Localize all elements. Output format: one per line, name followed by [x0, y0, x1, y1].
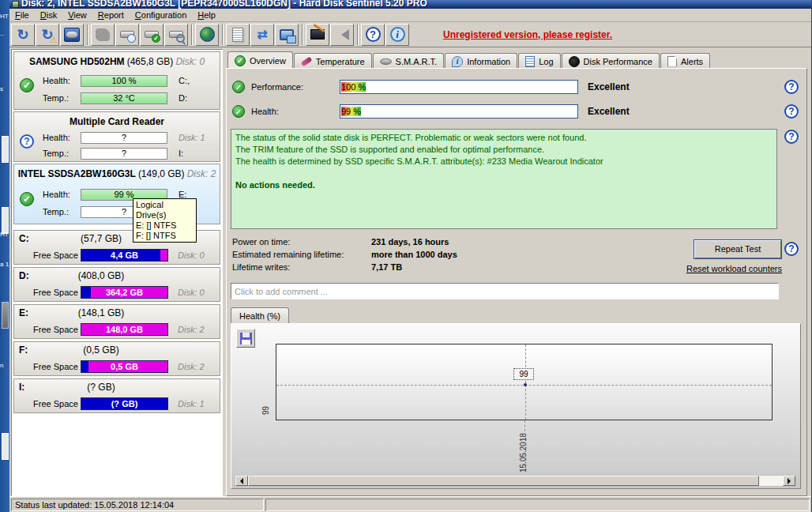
menu-report[interactable]: Report — [92, 9, 130, 21]
menu-bar: File Disk View Report Configuration Help — [9, 9, 811, 22]
tooltip-line: E: [] NTFS — [136, 220, 194, 231]
surface-test-button-disabled — [91, 24, 115, 46]
menu-view[interactable]: View — [62, 9, 92, 21]
app-icon — [12, 1, 19, 8]
scrollbar-thumb[interactable] — [248, 476, 759, 486]
disk-number: Disk: 1 — [179, 133, 205, 142]
menu-configuration[interactable]: Configuration — [130, 9, 192, 21]
free-space-label: Free Space — [33, 250, 81, 260]
desktop-background: HT .. s HT a 1. n — [0, 0, 9, 512]
chart-scrollbar[interactable] — [235, 475, 796, 487]
help-icon: ? — [366, 27, 381, 42]
health-label: Health: — [251, 107, 340, 116]
help-icon[interactable]: ? — [784, 80, 799, 94]
menu-help[interactable]: Help — [192, 9, 221, 21]
disk-panel-samsung[interactable]: SAMSUNG HD502HM (465,8 GB) Disk: 0 ✓ Hea… — [13, 51, 220, 110]
tab-information[interactable]: iInformation — [445, 53, 517, 69]
tab-overview[interactable]: ✓Overview — [227, 51, 293, 69]
settings-monitor-icon — [310, 29, 325, 40]
disk-number: Disk: 2 — [178, 362, 205, 371]
sync-arrows-icon: ⇄ — [257, 27, 267, 42]
status-last-updated: Status last updated: 15.05.2018 12:14:04 — [11, 499, 264, 511]
online-status-button[interactable] — [195, 24, 219, 46]
tab-temperature[interactable]: Temperature — [294, 53, 372, 69]
free-space-label: Free Space — [33, 399, 81, 408]
disabled-disk-icon — [96, 28, 110, 41]
toolbar-separator — [191, 24, 193, 45]
temp-label: Temp.: — [43, 207, 81, 216]
disk-performance-icon — [569, 56, 580, 67]
toolbar-separator — [87, 24, 88, 45]
save-chart-button[interactable] — [236, 329, 255, 348]
health-test-button[interactable]: ✓ — [140, 24, 164, 46]
partition-panel-i[interactable]: (? GB)I: Free Space (? GB) Disk: 1 — [13, 378, 220, 413]
floppy-save-icon — [240, 333, 252, 344]
performance-row: ✓ Performance: 100 % Excellent — [232, 80, 630, 94]
help-icon[interactable]: ? — [784, 104, 799, 119]
status-line: The health is determined by SSD specific… — [235, 156, 773, 168]
help-icon[interactable]: ? — [784, 242, 799, 256]
tab-smart[interactable]: S.M.A.R.T. — [373, 53, 445, 69]
report-button[interactable] — [226, 24, 250, 46]
health-ok-icon: ✓ — [20, 192, 34, 206]
send-report-button[interactable]: ⇄ — [250, 24, 274, 46]
help-button[interactable]: ? — [361, 24, 385, 46]
disk-number: Disk: 0 — [178, 250, 205, 260]
network-computer-icon — [280, 29, 294, 40]
health-bar: ? — [81, 132, 167, 144]
chart-plot-area: 99 — [276, 344, 773, 420]
disk-view-button[interactable] — [60, 24, 84, 46]
quick-test-button[interactable] — [115, 24, 139, 46]
tab-alerts[interactable]: Alerts — [660, 53, 710, 69]
logical-drives-tooltip: Logical Drive(s) E: [] NTFS F: [] NTFS — [133, 198, 197, 243]
repeat-test-button[interactable]: Repeat Test — [694, 240, 781, 258]
partition-panel-e[interactable]: (148,1 GB)E: Free Space 148,0 GB Disk: 2 — [13, 304, 220, 339]
tab-disk-performance[interactable]: Disk Performance — [562, 53, 660, 69]
toolbar-separator — [302, 24, 303, 45]
refresh-warning-button[interactable]: ↻⚠ — [36, 24, 59, 46]
comment-input[interactable] — [231, 283, 779, 299]
disk-title: Multiple Card Reader — [14, 112, 220, 127]
toolbar-separator — [357, 24, 359, 45]
desktop-text-fragment: HT — [0, 231, 9, 238]
temp-label: Temp.: — [43, 93, 81, 103]
globe-icon — [200, 27, 215, 42]
ok-icon: ✓ — [232, 81, 245, 93]
free-space-bar: 364,2 GB — [81, 286, 168, 299]
partition-size: (148,1 GB) — [19, 307, 183, 318]
ok-icon: ✓ — [232, 105, 245, 118]
overview-check-icon: ✓ — [235, 55, 246, 66]
help-icon[interactable]: ? — [784, 130, 799, 144]
power-on-time-row: Power on time: 231 days, 16 hours — [232, 237, 564, 247]
desktop-text-fragment: HT — [0, 13, 9, 20]
analyse-disk-button[interactable] — [164, 24, 188, 46]
performance-rating: Excellent — [588, 81, 630, 92]
network-button[interactable] — [275, 24, 299, 46]
refresh-button[interactable]: ↻ — [11, 24, 35, 46]
health-label: Health: — [43, 133, 81, 142]
scroll-right-arrow[interactable] — [783, 476, 795, 486]
drive-letters: D: — [179, 93, 187, 103]
health-label: Health: — [43, 76, 81, 85]
menu-disk[interactable]: Disk — [35, 9, 62, 21]
disk-panel-cardreader[interactable]: Multiple Card Reader ? Health: ? Disk: 1… — [13, 111, 220, 162]
free-space-label: Free Space — [33, 362, 81, 371]
health-chart-tab[interactable]: Health (%) — [231, 307, 289, 323]
partition-panel-d[interactable]: (408,0 GB)D: Free Space 364,2 GB Disk: 0 — [13, 267, 220, 302]
menu-file[interactable]: File — [9, 9, 35, 21]
about-button[interactable]: i — [385, 24, 409, 46]
free-space-bar: 4,4 GB — [81, 249, 168, 262]
titlebar[interactable]: Disk: 2, INTEL SSDSA2BW160G3L [PEPR34700… — [9, 0, 811, 9]
reset-workload-counters-link[interactable]: Reset workload counters — [679, 264, 782, 273]
health-bar: 100 % — [81, 75, 167, 87]
smart-icon — [380, 58, 392, 65]
thermometer-icon — [300, 56, 312, 66]
configuration-button[interactable] — [306, 24, 329, 46]
document-icon — [232, 28, 243, 42]
drive-letters: I: — [179, 149, 183, 158]
register-notice-link[interactable]: Unregistered version, please register. — [443, 29, 612, 40]
tab-log[interactable]: Log — [518, 53, 560, 69]
scroll-left-arrow[interactable] — [235, 476, 248, 486]
sound-button[interactable] — [330, 24, 354, 46]
partition-panel-f[interactable]: (0,5 GB)F: Free Space 0,5 GB Disk: 2 — [13, 341, 220, 376]
